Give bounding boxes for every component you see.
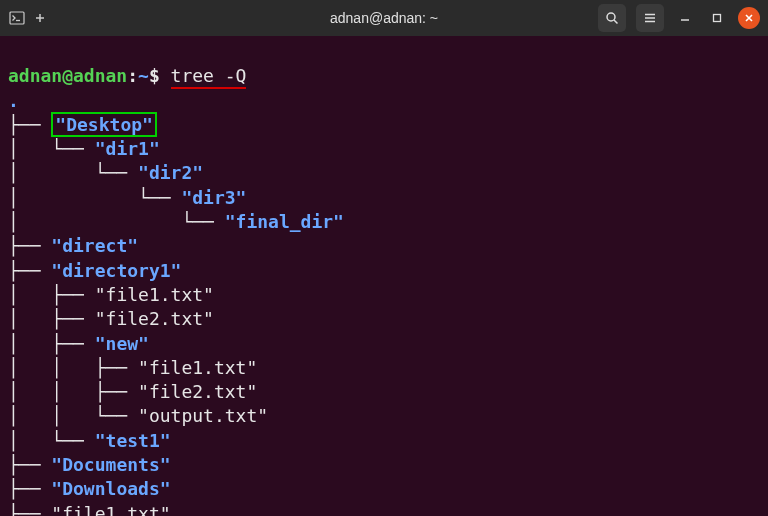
tree-dir: "Downloads" [51, 478, 170, 499]
tree-dir: "Documents" [51, 454, 170, 475]
window-titlebar: adnan@adnan: ~ [0, 0, 768, 36]
tree-file: "file1.txt" [51, 503, 170, 516]
tree-prefix: │ │ ├── [8, 357, 138, 378]
minimize-button[interactable] [674, 7, 696, 29]
tree-prefix: ├── [8, 114, 51, 135]
tree-prefix: │ ├── [8, 333, 95, 354]
tree-prefix: │ ├── [8, 284, 95, 305]
tree-prefix: │ │ ├── [8, 381, 138, 402]
tree-prefix: │ └── [8, 138, 95, 159]
window-title: adnan@adnan: ~ [330, 10, 438, 26]
new-tab-button[interactable] [32, 10, 48, 26]
close-button[interactable] [738, 7, 760, 29]
titlebar-right [598, 4, 760, 32]
search-button[interactable] [598, 4, 626, 32]
tree-prefix: │ └── [8, 430, 95, 451]
maximize-button[interactable] [706, 7, 728, 29]
tree-dir: "new" [95, 333, 149, 354]
svg-point-2 [607, 13, 615, 21]
svg-line-3 [614, 20, 618, 24]
tree-prefix: ├── [8, 454, 51, 475]
tree-prefix: │ ├── [8, 308, 95, 329]
tree-prefix: │ │ └── [8, 405, 138, 426]
tree-file: "file2.txt" [138, 381, 257, 402]
tree-dir: "dir2" [138, 162, 203, 183]
tree-prefix: │ └── [8, 211, 225, 232]
svg-rect-8 [714, 15, 721, 22]
menu-button[interactable] [636, 4, 664, 32]
tree-file: "file1.txt" [95, 284, 214, 305]
tree-prefix: │ └── [8, 187, 181, 208]
tree-dir: "dir1" [95, 138, 160, 159]
tree-prefix: ├── [8, 260, 51, 281]
tree-dir-desktop: "Desktop" [51, 112, 157, 137]
tree-prefix: ├── [8, 503, 51, 516]
tree-dir: "directory1" [51, 260, 181, 281]
tree-prefix: ├── [8, 478, 51, 499]
terminal-icon [8, 9, 26, 27]
tree-dir: "test1" [95, 430, 171, 451]
tree-dir: "dir3" [181, 187, 246, 208]
prompt-user: adnan@adnan [8, 65, 127, 86]
svg-rect-0 [10, 12, 24, 24]
tree-prefix: │ └── [8, 162, 138, 183]
tree-file: "file1.txt" [138, 357, 257, 378]
terminal-area[interactable]: adnan@adnan:~$ tree -Q . ├── "Desktop" │… [0, 36, 768, 516]
tree-prefix: ├── [8, 235, 51, 256]
command-text: tree -Q [171, 65, 247, 89]
titlebar-left [8, 9, 48, 27]
prompt-path: ~ [138, 65, 149, 86]
tree-dir: "final_dir" [225, 211, 344, 232]
tree-dir: "direct" [51, 235, 138, 256]
prompt-sep: : [127, 65, 138, 86]
prompt-dollar: $ [149, 65, 160, 86]
tree-file: "file2.txt" [95, 308, 214, 329]
tree-root: . [8, 90, 19, 111]
tree-file: "output.txt" [138, 405, 268, 426]
